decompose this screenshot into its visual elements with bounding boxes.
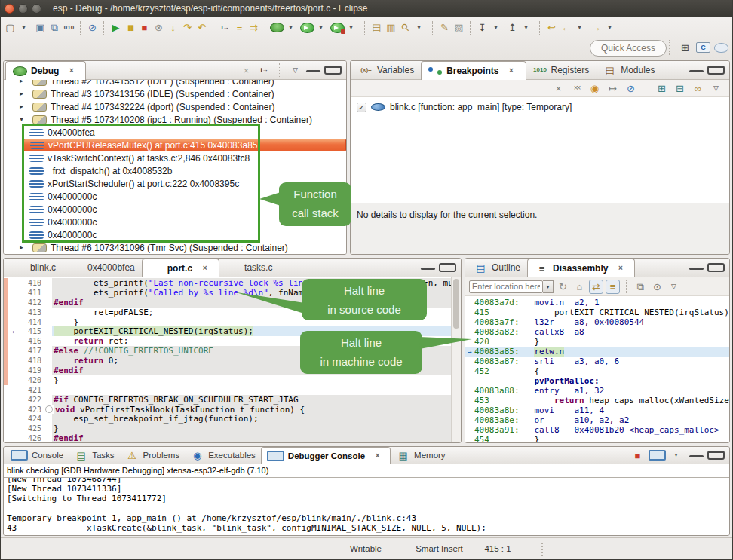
breakpoint-checkbox[interactable]: ✓ <box>357 103 366 112</box>
save-all-icon[interactable]: ⧉ <box>48 20 62 35</box>
dropdown-arrow-icon[interactable]: ▾ <box>519 20 533 35</box>
tab-console[interactable]: Console <box>5 447 69 464</box>
refresh-icon[interactable]: ↻ <box>556 280 570 294</box>
window-close-button[interactable] <box>5 4 14 14</box>
debug-perspective-icon[interactable] <box>714 43 728 53</box>
remove-breakpoint-icon[interactable]: × <box>551 81 566 96</box>
console-output[interactable]: [New Thread 1073468744][New Thread 10734… <box>4 477 729 535</box>
terminate-icon[interactable]: ■ <box>630 448 645 463</box>
tab-registers[interactable]: 1010Registers <box>526 61 597 79</box>
disconnect-icon[interactable]: ⊗ <box>152 20 166 35</box>
home-icon[interactable]: ⌂ <box>572 280 587 294</box>
external-tools-icon[interactable] <box>330 23 345 33</box>
tab-blink-c[interactable]: blink.c <box>5 259 63 277</box>
close-icon[interactable]: × <box>198 262 212 276</box>
save-icon[interactable]: ▣ <box>33 20 48 35</box>
terminate-icon[interactable]: ■ <box>137 20 152 35</box>
suspend-icon[interactable]: ▮▮ <box>123 20 137 35</box>
step-filters-icon[interactable]: ⇉ <box>247 20 261 35</box>
next-annotation-icon[interactable]: ↧ <box>475 20 489 35</box>
skip-all-breakpoints-icon[interactable]: ⊘ <box>624 81 638 96</box>
disassembly-listing[interactable]: 40083a7d: movi.n a2, 1415 portEXIT_CRITI… <box>465 296 729 442</box>
minimize-icon[interactable] <box>689 455 704 457</box>
dropdown-arrow-icon[interactable]: ▾ <box>603 20 617 35</box>
maximize-icon[interactable] <box>707 263 725 272</box>
tab-executables[interactable]: ◉Executables <box>185 447 261 464</box>
view-menu-icon[interactable]: ▽ <box>288 63 302 78</box>
minimize-icon[interactable] <box>689 70 704 72</box>
debug-thread-row[interactable]: ▸Thread #2 1073415512 (IDLE) (Suspended … <box>4 80 346 87</box>
stack-frame-row[interactable]: 0x4000bfea <box>4 126 346 139</box>
cpp-perspective-icon[interactable]: C <box>696 42 710 53</box>
dropdown-arrow-icon[interactable]: ▾ <box>572 20 587 35</box>
step-into-icon[interactable]: ↓ <box>166 20 180 35</box>
window-maximize-button[interactable] <box>32 4 41 14</box>
debug-tree[interactable]: ▸Thread #2 1073415512 (IDLE) (Suspended … <box>4 80 346 254</box>
breakpoint-types-icon[interactable]: ◉ <box>587 81 602 96</box>
dropdown-arrow-icon[interactable]: ▾ <box>669 448 683 463</box>
forward-icon[interactable]: → <box>589 20 603 35</box>
minimize-icon[interactable] <box>689 268 704 270</box>
debug-launch-icon[interactable] <box>270 23 284 32</box>
display-console-icon[interactable] <box>649 450 666 461</box>
twisty-collapsed-icon[interactable]: ▸ <box>14 240 29 254</box>
maximize-icon[interactable] <box>439 263 456 272</box>
quick-access-button[interactable]: Quick Access <box>590 40 667 57</box>
stack-frame-row[interactable]: vTaskSwitchContext() at tasks.c:2,846 0x… <box>4 151 346 164</box>
close-icon[interactable]: × <box>505 64 519 78</box>
tab-disassembly[interactable]: ≡Disassembly× <box>527 259 635 277</box>
tab-outline[interactable]: ▤Outline <box>467 259 527 277</box>
expand-all-icon[interactable]: ⊞ <box>655 81 669 96</box>
tab-tasks-c[interactable]: tasks.c <box>219 259 279 277</box>
window-minimize-button[interactable] <box>18 4 28 14</box>
skip-all-breakpoints-icon[interactable]: ⊘ <box>85 20 100 35</box>
breakpoint-row[interactable]: ✓blink.c [function: app_main] [type: Tem… <box>357 100 729 114</box>
twisty-expanded-icon[interactable]: ▾ <box>14 112 29 127</box>
dropdown-arrow-icon[interactable]: ▾ <box>284 20 298 35</box>
mark-occurrences-icon[interactable]: ▨ <box>452 20 466 35</box>
open-perspective-icon[interactable]: ⊞ <box>678 41 692 55</box>
back-icon[interactable]: ← <box>559 20 573 35</box>
minimize-icon[interactable] <box>421 268 435 270</box>
new-wizard-icon[interactable]: ▢ <box>3 20 17 35</box>
location-input[interactable] <box>469 280 543 293</box>
tab-memory[interactable]: ▦Memory <box>391 447 451 464</box>
close-icon[interactable]: × <box>370 449 385 464</box>
tab-debugger-console[interactable]: Debugger Console× <box>261 447 391 464</box>
pin-view-icon[interactable]: ⊙ <box>650 280 664 294</box>
previous-annotation-icon[interactable]: ↥ <box>505 20 520 35</box>
dropdown-arrow-icon[interactable]: ▾ <box>489 20 503 35</box>
run-launch-icon[interactable] <box>300 23 314 33</box>
binary-file-icon[interactable]: 010 <box>62 20 76 35</box>
debug-thread-row[interactable]: ▾Thread #5 1073410208 (ipc1 : Running) (… <box>4 113 346 126</box>
tab-problems[interactable]: ⚠Problems <box>120 447 186 464</box>
maximize-icon[interactable] <box>707 66 725 75</box>
maximize-icon[interactable] <box>707 451 725 460</box>
open-type-icon[interactable]: ▤ <box>370 20 384 35</box>
debug-thread-row[interactable]: ▸Thread #3 1073413156 (IDLE) (Suspended … <box>4 87 346 100</box>
tab-port-c[interactable]: port.c× <box>142 259 219 277</box>
dropdown-arrow-icon[interactable]: ▾ <box>344 20 358 35</box>
view-menu-icon[interactable]: ▽ <box>709 81 723 96</box>
instruction-step-icon[interactable]: i→ <box>257 63 271 78</box>
tab-0x4000bfea[interactable]: 0x4000bfea <box>63 259 142 277</box>
resume-icon[interactable]: ▶ <box>109 20 123 35</box>
goto-file-icon[interactable]: ↦ <box>606 81 620 96</box>
remove-all-breakpoints-icon[interactable]: ×× <box>569 81 584 96</box>
tab-breakpoints[interactable]: Breakpoints× <box>421 61 526 80</box>
stack-frame-row[interactable]: _frxt_dispatch() at 0x4008532b <box>4 164 346 177</box>
pencil-icon[interactable]: ✎ <box>437 20 452 35</box>
tab-modules[interactable]: ▤Modules <box>596 61 661 79</box>
dropdown-arrow-icon[interactable]: ▾ <box>17 20 31 35</box>
tab-variables[interactable]: (x)=Variables <box>352 61 421 79</box>
maximize-icon[interactable] <box>324 66 342 75</box>
step-over-icon[interactable]: ↷ <box>180 20 195 35</box>
stack-frame-row[interactable]: 0x4000000c <box>4 228 346 241</box>
close-icon[interactable]: × <box>613 262 627 276</box>
breakpoints-list[interactable]: ✓blink.c [function: app_main] [type: Tem… <box>351 97 729 203</box>
location-dropdown-icon[interactable]: ▾ <box>543 280 554 293</box>
scrollbar-thumb[interactable] <box>453 279 459 329</box>
remove-terminated-icon[interactable]: × <box>239 63 253 78</box>
editor-scrollbar[interactable] <box>451 277 461 442</box>
collapse-all-icon[interactable]: ⊟ <box>673 81 687 96</box>
